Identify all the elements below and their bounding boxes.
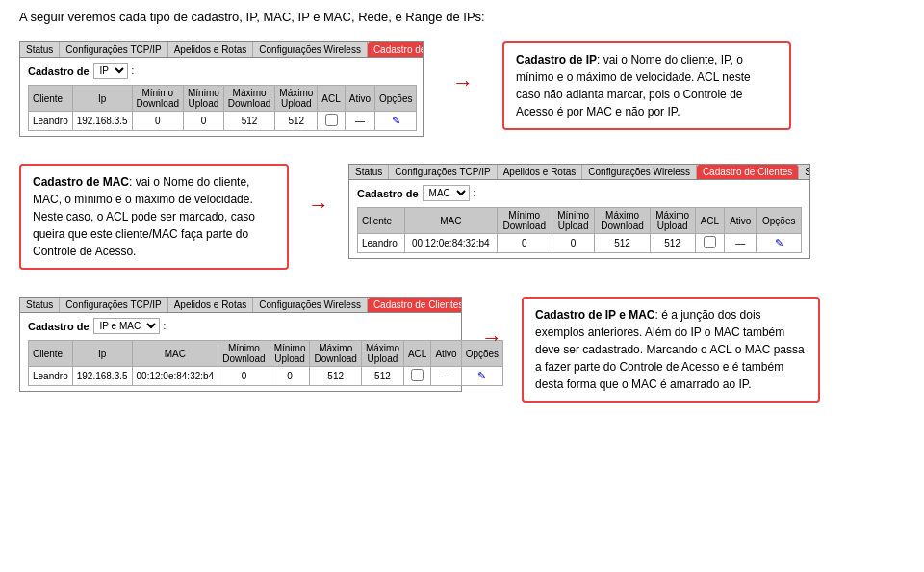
table-row: Leandro 00:12:0e:84:32:b4 0 0 512 512 — … — [358, 234, 802, 253]
tab-status-3[interactable]: Status — [20, 298, 60, 312]
mac-table-header-row: Cliente MAC MínimoDownload MínimoUpload … — [358, 208, 802, 234]
ipmac-col-max-ul: MáximoUpload — [361, 341, 403, 367]
ip-panel: Status Configurações TCP/IP Apelidos e R… — [19, 41, 424, 137]
ip-cadastro-row: Cadastro de IP : — [28, 63, 415, 79]
ipmac-panel-body: Cadastro de IP e MAC : Cliente Ip MAC Mí… — [20, 313, 461, 391]
tab-apelidos-1[interactable]: Apelidos e Rotas — [168, 42, 254, 57]
mac-col-mac: MAC — [404, 208, 497, 234]
mac-panel-tabs: Status Configurações TCP/IP Apelidos e R… — [349, 165, 809, 180]
ipmac-row-min-ul: 0 — [270, 367, 310, 386]
mac-panel: Status Configurações TCP/IP Apelidos e R… — [348, 164, 810, 259]
mac-col-min-dl: MínimoDownload — [497, 208, 552, 234]
section-ip-mac: Status Configurações TCP/IP Apelidos e R… — [19, 297, 905, 403]
mac-col-min-ul: MínimoUpload — [552, 208, 595, 234]
ip-row-min-dl: 0 — [132, 112, 183, 131]
ip-row-max-ul: 512 — [275, 112, 318, 131]
ip-col-ativo: Ativo — [345, 86, 374, 112]
tab-apelidos-2[interactable]: Apelidos e Rotas — [498, 165, 583, 179]
mac-table: Cliente MAC MínimoDownload MínimoUpload … — [357, 207, 802, 253]
ipmac-callout-title: Cadastro de IP e MAC — [535, 308, 654, 322]
tab-tcp-3[interactable]: Configurações TCP/IP — [60, 298, 167, 312]
ip-cadastro-select[interactable]: IP — [93, 63, 128, 79]
mac-panel-body: Cadastro de MAC : Cliente MAC MínimoDown… — [349, 180, 809, 258]
ip-cadastro-colon: : — [132, 65, 135, 76]
tab-wireless-3[interactable]: Configurações Wireless — [253, 298, 368, 312]
tab-clientes-3[interactable]: Cadastro de Clientes — [368, 298, 461, 312]
table-row: Leandro 192.168.3.5 00:12:0e:84:32:b4 0 … — [29, 367, 503, 386]
ip-col-opcoes: Opções — [375, 86, 417, 112]
tab-tcp-1[interactable]: Configurações TCP/IP — [60, 42, 167, 57]
ipmac-col-ip: Ip — [72, 341, 132, 367]
tab-servicos-2[interactable]: Serviços — [799, 165, 809, 179]
ip-table-header-row: Cliente Ip MínimoDownload MínimoUpload M… — [29, 86, 417, 112]
mac-row-mac: 00:12:0e:84:32:b4 — [404, 234, 497, 253]
ip-row-ip: 192.168.3.5 — [72, 112, 132, 131]
ipmac-cadastro-row: Cadastro de IP e MAC : — [28, 318, 453, 334]
ipmac-col-min-ul: MínimoUpload — [270, 341, 310, 367]
tab-status-1[interactable]: Status — [20, 42, 60, 57]
mac-row-min-ul: 0 — [552, 234, 595, 253]
mac-row-cliente: Leandro — [358, 234, 405, 253]
mac-cadastro-select[interactable]: MAC — [423, 185, 470, 201]
mac-col-ativo: Ativo — [725, 208, 757, 234]
ipmac-row-min-dl: 0 — [218, 367, 270, 386]
ipmac-row-cliente: Leandro — [29, 367, 73, 386]
mac-col-cliente: Cliente — [358, 208, 405, 234]
tab-apelidos-3[interactable]: Apelidos e Rotas — [168, 298, 254, 312]
ip-cadastro-label: Cadastro de — [28, 65, 90, 77]
mac-col-acl: ACL — [695, 208, 724, 234]
ipmac-cadastro-select[interactable]: IP e MAC — [93, 318, 160, 334]
ip-panel-body: Cadastro de IP : Cliente Ip MínimoDownlo… — [20, 58, 423, 136]
ipmac-col-ativo: Ativo — [431, 341, 461, 367]
mac-callout-title: Cadastro de MAC — [33, 175, 129, 189]
mac-row-acl[interactable] — [695, 234, 724, 253]
ipmac-col-min-dl: MínimoDownload — [218, 341, 270, 367]
ipmac-callout: Cadastro de IP e MAC: é a junção dos doi… — [522, 297, 820, 403]
tab-clientes-1[interactable]: Cadastro de Clientes — [368, 42, 423, 57]
mac-cadastro-label: Cadastro de — [357, 188, 419, 199]
arrow-mac: → — [308, 164, 329, 218]
ip-col-min-dl: MínimoDownload — [132, 86, 183, 112]
mac-row-max-dl: 512 — [595, 234, 650, 253]
ip-row-opcoes[interactable]: ✎ — [375, 112, 417, 131]
tab-tcp-2[interactable]: Configurações TCP/IP — [389, 165, 497, 179]
ip-col-max-ul: MáximoUpload — [275, 86, 318, 112]
ip-table: Cliente Ip MínimoDownload MínimoUpload M… — [28, 85, 417, 131]
ipmac-row-acl[interactable] — [403, 367, 430, 386]
tab-wireless-1[interactable]: Configurações Wireless — [253, 42, 368, 57]
ip-row-min-ul: 0 — [184, 112, 224, 131]
tab-clientes-2[interactable]: Cadastro de Clientes — [697, 165, 799, 179]
ip-panel-tabs: Status Configurações TCP/IP Apelidos e R… — [20, 42, 423, 58]
ipmac-row-opcoes[interactable]: ✎ — [461, 367, 502, 386]
ipmac-panel: Status Configurações TCP/IP Apelidos e R… — [19, 297, 462, 392]
mac-col-max-dl: MáximoDownload — [595, 208, 650, 234]
ip-col-acl: ACL — [318, 86, 345, 112]
mac-row-ativo: — — [725, 234, 757, 253]
ip-row-acl[interactable] — [318, 112, 345, 131]
section-ip: Status Configurações TCP/IP Apelidos e R… — [19, 41, 905, 137]
arrow-ipmac: → — [481, 297, 502, 351]
ip-col-min-ul: MínimoUpload — [184, 86, 224, 112]
tab-status-2[interactable]: Status — [349, 165, 389, 179]
table-row: Leandro 192.168.3.5 0 0 512 512 — ✎ — [29, 112, 417, 131]
ipmac-panel-tabs: Status Configurações TCP/IP Apelidos e R… — [20, 298, 461, 313]
arrow-ip: → — [452, 41, 474, 95]
ipmac-table-header-row: Cliente Ip MAC MínimoDownload MínimoUplo… — [29, 341, 503, 367]
ipmac-col-acl: ACL — [403, 341, 430, 367]
mac-row-opcoes[interactable]: ✎ — [757, 234, 802, 253]
ip-row-cliente: Leandro — [29, 112, 73, 131]
ip-callout: Cadastro de IP: vai o Nome do cliente, I… — [502, 41, 791, 130]
tab-wireless-2[interactable]: Configurações Wireless — [582, 165, 697, 179]
mac-row-max-ul: 512 — [650, 234, 695, 253]
section-mac: Cadastro de MAC: vai o Nome do cliente, … — [19, 164, 905, 270]
mac-cadastro-row: Cadastro de MAC : — [357, 185, 802, 201]
mac-row-min-dl: 0 — [497, 234, 552, 253]
ipmac-row-ip: 192.168.3.5 — [72, 367, 132, 386]
ipmac-row-mac: 00:12:0e:84:32:b4 — [132, 367, 218, 386]
mac-callout: Cadastro de MAC: vai o Nome do cliente, … — [19, 164, 289, 270]
ipmac-col-max-dl: MáximoDownload — [310, 341, 361, 367]
ip-col-ip: Ip — [72, 86, 132, 112]
mac-col-opcoes: Opções — [757, 208, 802, 234]
ipmac-row-max-dl: 512 — [310, 367, 361, 386]
ipmac-cadastro-colon: : — [164, 321, 167, 331]
